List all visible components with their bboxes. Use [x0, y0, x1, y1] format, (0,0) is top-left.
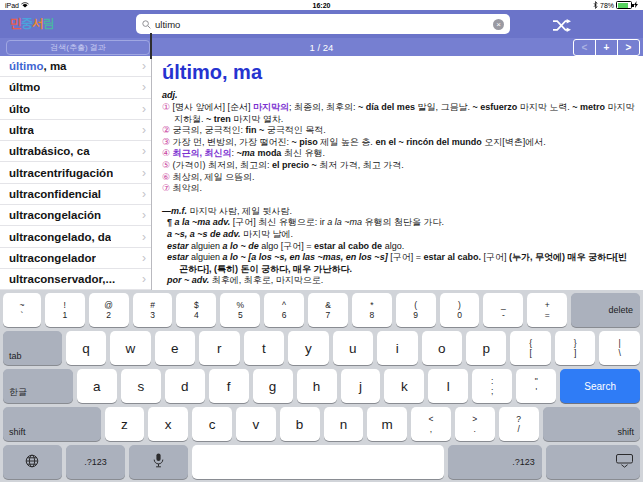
list-item[interactable]: ultrabásico, ca› [0, 141, 151, 162]
key-dismiss[interactable] [546, 445, 640, 479]
key-l[interactable]: l [428, 369, 468, 403]
list-item[interactable]: último, ma› [0, 56, 151, 77]
key-h[interactable]: h [297, 369, 337, 403]
key-space[interactable] [192, 445, 444, 479]
key-hyphen[interactable]: _- [483, 293, 523, 327]
key-r[interactable]: r [199, 331, 239, 365]
key-4[interactable]: $4 [176, 293, 216, 327]
sense-line: ② 궁극의, 궁극적인: fin ~ 궁극적인 목적. [162, 125, 635, 137]
idiom-line: por ~ adv. 최후에, 최후로, 마지막으로. [167, 275, 635, 287]
key-bracket-left[interactable]: {[ [510, 331, 550, 365]
key-e[interactable]: e [155, 331, 195, 365]
key-bracket-right[interactable]: }] [555, 331, 595, 365]
key-s[interactable]: s [121, 369, 161, 403]
key-v[interactable]: v [236, 407, 276, 441]
key-period[interactable]: >. [455, 407, 495, 441]
list-item[interactable]: ultracongelador› [0, 248, 151, 269]
mic-icon [153, 453, 164, 471]
key-2[interactable]: @2 [89, 293, 129, 327]
entry-word-highlight: último [9, 60, 44, 72]
key-globe[interactable] [3, 445, 62, 479]
entry-word: últo [9, 103, 30, 115]
key-tab[interactable]: tab [3, 331, 62, 365]
key-k[interactable]: k [384, 369, 424, 403]
key-a[interactable]: a [77, 369, 117, 403]
key-delete[interactable]: delete [571, 293, 640, 327]
list-item[interactable]: ultracongelación› [0, 205, 151, 226]
key-numbers-right[interactable]: .?123 [448, 445, 542, 479]
key-7[interactable]: &7 [308, 293, 348, 327]
list-item[interactable]: ultraconfidencial› [0, 184, 151, 205]
list-item[interactable]: últo› [0, 99, 151, 120]
list-item[interactable]: ultracongelado, da› [0, 226, 151, 247]
key-p[interactable]: p [466, 331, 506, 365]
key-m[interactable]: m [367, 407, 407, 441]
key-j[interactable]: j [341, 369, 381, 403]
key-i[interactable]: i [377, 331, 417, 365]
key-g[interactable]: g [253, 369, 293, 403]
shuffle-icon[interactable] [552, 18, 571, 36]
chevron-right-icon: › [142, 230, 146, 244]
key-hangul[interactable]: 한글 [3, 369, 73, 403]
key-numbers-left[interactable]: .?123 [66, 445, 125, 479]
key-slash[interactable]: ?/ [499, 407, 539, 441]
key-q[interactable]: q [66, 331, 106, 365]
key-grave[interactable]: ~` [3, 293, 41, 327]
key-z[interactable]: z [105, 407, 145, 441]
key-3[interactable]: #3 [133, 293, 173, 327]
keyboard-row: .?123.?123 [3, 445, 640, 479]
sense-line: ④ 최근의, 최신의: ~ma moda 최신 유행. [162, 148, 635, 160]
key-9[interactable]: (9 [396, 293, 436, 327]
key-quote[interactable]: "' [516, 369, 556, 403]
search-field[interactable]: × [136, 14, 510, 34]
key-x[interactable]: x [148, 407, 188, 441]
next-entry-button[interactable]: > [617, 40, 639, 55]
list-item[interactable]: últmo› [0, 77, 151, 98]
list-item[interactable]: ultracentrifugación› [0, 162, 151, 183]
key-backslash[interactable]: |\ [599, 331, 639, 365]
app-logo[interactable]: 민중서림 [10, 15, 54, 32]
key-u[interactable]: u [333, 331, 373, 365]
key-d[interactable]: d [165, 369, 205, 403]
key-shift-right[interactable]: shift [543, 407, 641, 441]
search-input[interactable] [155, 19, 489, 30]
key-y[interactable]: y [288, 331, 328, 365]
chevron-right-icon: › [142, 166, 146, 180]
key-f[interactable]: f [209, 369, 249, 403]
sense-line: ③ 가장 먼, 변방의, 가장 떨어진: ~ piso 제일 높은 층. en … [162, 137, 635, 149]
dictionary-app: iPad 16:20 78% 민중서림 × [0, 0, 643, 482]
chevron-right-icon: › [142, 272, 146, 286]
key-0[interactable]: )0 [440, 293, 480, 327]
key-1[interactable]: !1 [45, 293, 85, 327]
key-t[interactable]: t [244, 331, 284, 365]
key-comma[interactable]: <, [411, 407, 451, 441]
key-search[interactable]: Search [560, 369, 640, 403]
entry-word: último, ma [9, 60, 67, 72]
key-shift-left[interactable]: shift [3, 407, 101, 441]
list-item[interactable]: ultraconservador,...› [0, 269, 151, 290]
key-o[interactable]: o [422, 331, 462, 365]
key-8[interactable]: *8 [352, 293, 392, 327]
senses: ① [명사 앞에서] [순서] 마지막의; 최종의, 최후의: ~ día de… [162, 102, 635, 195]
add-bookmark-button[interactable]: + [595, 40, 617, 55]
prev-entry-button[interactable]: < [574, 40, 595, 55]
search-icon [142, 15, 151, 33]
chevron-right-icon: › [142, 102, 146, 116]
clock: 16:20 [0, 2, 643, 9]
panel-divider-handle[interactable] [150, 33, 152, 59]
page-indicator: 1 / 24 [0, 42, 643, 53]
entry-word: ultraconfidencial [9, 188, 101, 200]
list-item[interactable]: ultra› [0, 120, 151, 141]
key-dictation[interactable] [129, 445, 188, 479]
key-n[interactable]: n [324, 407, 364, 441]
key-w[interactable]: w [110, 331, 150, 365]
logo-char: 서 [32, 16, 43, 30]
key-b[interactable]: b [280, 407, 320, 441]
key-semicolon[interactable]: :; [472, 369, 512, 403]
key-equals[interactable]: += [527, 293, 567, 327]
key-6[interactable]: ^6 [264, 293, 304, 327]
keyboard-dismiss-icon [616, 454, 633, 471]
clear-search-icon[interactable]: × [493, 19, 504, 30]
key-5[interactable]: %5 [220, 293, 260, 327]
key-c[interactable]: c [192, 407, 232, 441]
